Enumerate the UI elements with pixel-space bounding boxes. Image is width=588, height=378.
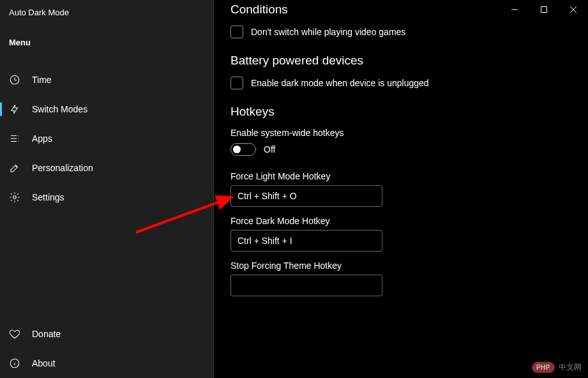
enable-hotkeys-toggle-row: Off xyxy=(230,143,571,156)
section-title-battery: Battery powered devices xyxy=(230,54,571,68)
stop-forcing-hotkey-input[interactable] xyxy=(230,275,382,296)
info-icon xyxy=(9,358,20,369)
force-light-hotkey-label: Force Light Mode Hotkey xyxy=(230,171,571,181)
sidebar-item-label: Donate xyxy=(32,329,61,339)
heart-icon xyxy=(9,328,20,340)
battery-unplugged-checkbox[interactable] xyxy=(230,77,243,89)
svg-point-1 xyxy=(13,196,17,199)
enable-hotkeys-label: Enable system-wide hotkeys xyxy=(230,128,571,138)
sidebar: Auto Dark Mode Menu Time Switch Modes Ap… xyxy=(0,0,214,378)
sidebar-item-label: Personalization xyxy=(32,163,93,173)
checkbox-label: Enable dark mode when device is unplugge… xyxy=(251,78,429,88)
sidebar-item-apps[interactable]: Apps xyxy=(0,124,213,153)
sidebar-item-time[interactable]: Time xyxy=(0,65,213,94)
sidebar-item-label: Time xyxy=(32,75,52,85)
clock-icon xyxy=(9,74,20,86)
sidebar-item-switch-modes[interactable]: Switch Modes xyxy=(0,94,213,124)
enable-hotkeys-toggle[interactable] xyxy=(230,143,256,156)
nav-list: Time Switch Modes Apps Personalization S… xyxy=(0,65,213,378)
sidebar-item-settings[interactable]: Settings xyxy=(0,183,213,212)
sidebar-item-personalization[interactable]: Personalization xyxy=(0,153,213,183)
conditions-video-games-checkbox[interactable] xyxy=(230,26,243,38)
window-controls xyxy=(500,0,588,19)
switch-icon xyxy=(9,103,20,115)
force-dark-hotkey-input[interactable] xyxy=(230,230,382,252)
sidebar-item-label: Settings xyxy=(32,192,64,202)
force-dark-hotkey-label: Force Dark Mode Hotkey xyxy=(230,216,571,226)
force-light-hotkey-input[interactable] xyxy=(230,185,382,207)
svg-rect-3 xyxy=(541,7,547,13)
checkbox-label: Don't switch while playing video games xyxy=(251,27,405,37)
watermark-badge: PHP xyxy=(532,362,555,373)
close-button[interactable] xyxy=(559,0,588,19)
apps-icon xyxy=(9,133,20,144)
main-content: Conditions Don't switch while playing vi… xyxy=(214,0,588,378)
conditions-checkbox-row: Don't switch while playing video games xyxy=(230,26,571,38)
maximize-button[interactable] xyxy=(529,0,559,19)
app-title: Auto Dark Mode xyxy=(0,0,213,24)
watermark: PHP 中文网 xyxy=(532,362,582,373)
battery-checkbox-row: Enable dark mode when device is unplugge… xyxy=(230,77,571,89)
sidebar-item-label: Switch Modes xyxy=(32,104,87,114)
watermark-text: 中文网 xyxy=(559,362,582,373)
gear-icon xyxy=(9,192,20,203)
sidebar-item-label: Apps xyxy=(32,133,52,144)
edit-icon xyxy=(9,162,20,174)
toggle-state-label: Off xyxy=(264,144,275,155)
sidebar-item-about[interactable]: About xyxy=(0,349,213,378)
stop-forcing-hotkey-label: Stop Forcing Theme Hotkey xyxy=(230,261,571,271)
section-title-hotkeys: Hotkeys xyxy=(230,105,571,119)
toggle-knob xyxy=(233,146,241,153)
sidebar-item-label: About xyxy=(32,358,56,368)
minimize-button[interactable] xyxy=(500,0,529,19)
sidebar-item-donate[interactable]: Donate xyxy=(0,319,213,349)
menu-label: Menu xyxy=(0,24,213,51)
